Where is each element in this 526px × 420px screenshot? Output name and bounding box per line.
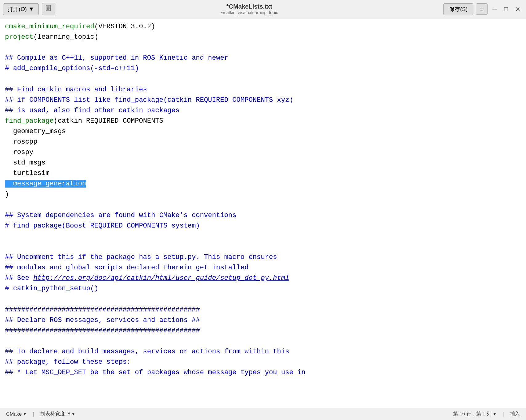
code-line-16: ) [5,189,521,200]
code-line-26 [5,294,521,304]
comment-text: ## package, follow these steps: [5,358,131,366]
comment-link[interactable]: http://ros.org/doc/api/catkin/html/user_… [33,274,289,282]
comment-text: ## modules and global scripts declared t… [5,264,249,271]
code-line-11: roscpp [5,137,521,147]
code-line-7: ## if COMPONENTS list like find_package(… [5,95,521,105]
comment-text: ## is used, also find other catkin packa… [5,107,180,114]
keyword-text: cmake_minimum_required [5,23,94,30]
open-button[interactable]: 打开(O) ▼ [3,3,39,15]
mode-status: 插入 [510,411,520,417]
code-line-2 [5,42,521,53]
code-line-12: rospy [5,147,521,158]
plain-text: (catkin REQUIRED COMPONENTS [54,117,163,125]
code-line-21 [5,242,521,252]
language-label: CMake [6,411,22,417]
code-line-32: ## package, follow these steps: [5,357,521,367]
comment-text: ## To declare and build messages, servic… [5,348,289,355]
comment-text: ########################################… [5,327,200,335]
code-line-13: std_msgs [5,158,521,168]
code-line-28: ## Declare ROS messages, services and ac… [5,315,521,326]
mode-label: 插入 [510,411,520,417]
comment-text: ## if COMPONENTS list like find_package(… [5,96,293,104]
language-status: CMake ▼ [6,411,27,417]
code-line-29: ########################################… [5,326,521,336]
code-line-0: cmake_minimum_required(VERSION 3.0.2) [5,22,521,32]
position-dropdown-icon: ▼ [493,412,496,416]
code-line-23: ## modules and global scripts declared t… [5,263,521,273]
save-button[interactable]: 保存(S) [443,3,473,15]
comment-text: ## Declare ROS messages, services and ac… [5,316,200,324]
code-line-5 [5,74,521,84]
code-line-18: ## System dependencies are found with CM… [5,210,521,221]
code-line-10: geometry_msgs [5,126,521,137]
comment-text: ## Compile as C++11, supported in ROS Ki… [5,54,228,62]
code-line-33: ## * Let MSG_DEP_SET be the set of packa… [5,367,521,378]
close-button[interactable]: ✕ [513,4,523,14]
code-line-14: turtlesim [5,168,521,179]
language-dropdown-icon: ▼ [23,412,27,416]
code-line-9: find_package(catkin REQUIRED COMPONENTS [5,116,521,126]
code-line-4: # add_compile_options(-std=c++11) [5,63,521,74]
tab-width-status: 制表符宽度: 8 ▼ [40,411,75,417]
code-line-27: ########################################… [5,305,521,315]
position-status: 第 16 行，第 1 列 ▼ [453,411,496,417]
highlighted-text: message_generation [5,180,86,188]
code-line-22: ## Uncomment this if the package has a s… [5,252,521,263]
plain-text: (VERSION 3.0.2) [94,23,155,30]
open-label: 打开(O) [8,6,27,13]
position-label: 第 16 行，第 1 列 [453,411,491,417]
tab-width-label: 制表符宽度: 8 [40,411,70,417]
code-line-3: ## Compile as C++11, supported in ROS Ki… [5,53,521,63]
comment-text: # catkin_python_setup() [5,285,98,292]
titlebar: 打开(O) ▼ *CMakeLists.txt ~/catkin_ws/src/… [0,0,526,18]
svg-rect-0 [46,5,50,11]
keyword-text: project [5,33,33,41]
comment-text: ########################################… [5,306,200,314]
code-line-25: # catkin_python_setup() [5,283,521,294]
code-line-1: project(learning_topic) [5,32,521,42]
tab-width-dropdown-icon: ▼ [72,412,75,416]
statusbar: CMake ▼ | 制表符宽度: 8 ▼ 第 16 行，第 1 列 ▼ | 插入 [0,408,526,420]
code-line-6: ## Find catkin macros and libraries [5,85,521,95]
code-line-24: ## See http://ros.org/doc/api/catkin/htm… [5,273,521,283]
editor: cmake_minimum_required(VERSION 3.0.2)pro… [0,18,526,408]
title-center: *CMakeLists.txt ~/catkin_ws/src/learning… [55,3,443,15]
title-path: ~/catkin_ws/src/learning_topic [55,10,443,15]
comment-text: ## System dependencies are found with CM… [5,212,237,219]
comment-before: ## See [5,274,33,282]
code-line-8: ## is used, also find other catkin packa… [5,105,521,116]
minimize-button[interactable]: ─ [490,4,499,14]
comment-text: # find_package(Boost REQUIRED COMPONENTS… [5,222,200,230]
comment-text: ## Uncomment this if the package has a s… [5,253,277,261]
code-line-17 [5,200,521,210]
comment-text: # add_compile_options(-std=c++11) [5,65,139,72]
code-line-20 [5,231,521,242]
code-line-30 [5,336,521,347]
menu-button[interactable]: ≡ [476,3,488,15]
code-line-31: ## To declare and build messages, servic… [5,347,521,357]
comment-text: ## * Let MSG_DEP_SET be the set of packa… [5,369,305,376]
plain-text: (learning_topic) [33,33,98,41]
file-icon [45,5,52,12]
comment-text: ## Find catkin macros and libraries [5,86,147,93]
keyword-text: find_package [5,117,54,125]
code-line-19: # find_package(Boost REQUIRED COMPONENTS… [5,221,521,231]
title-filename: *CMakeLists.txt [55,3,443,10]
maximize-button[interactable]: □ [502,4,510,14]
icon-button[interactable] [42,3,55,15]
open-dropdown-icon: ▼ [29,6,34,12]
code-line-15: message_generation [5,179,521,189]
